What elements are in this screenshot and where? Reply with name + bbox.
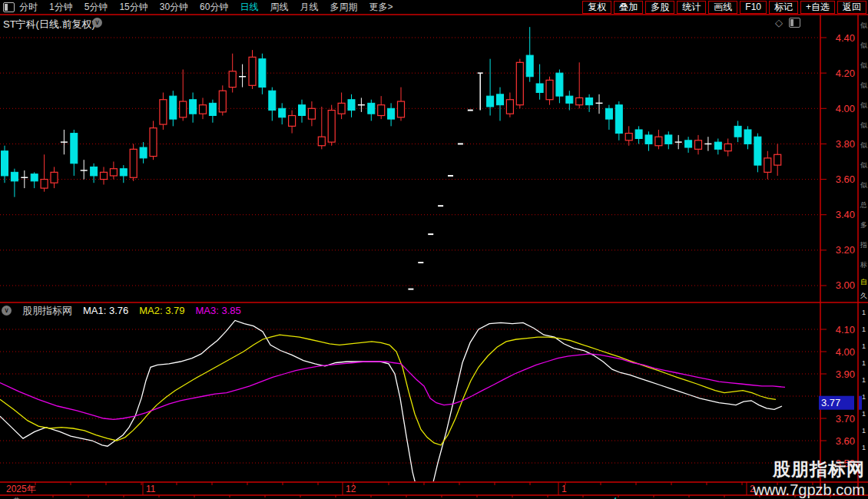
candle-up bbox=[655, 137, 662, 146]
candle-down bbox=[605, 108, 612, 119]
strip-glyph: 1 bbox=[860, 405, 868, 422]
candle-down bbox=[754, 137, 761, 165]
candle-down bbox=[140, 147, 147, 158]
candle-down bbox=[635, 130, 642, 139]
strip-glyph: 似 bbox=[860, 175, 868, 195]
strip-yellow-icon: 自 bbox=[860, 276, 868, 287]
right-panel-collapsed-strip[interactable]: 似似似似似似似似似总多指标自久111111111 bbox=[860, 15, 868, 496]
candle-down bbox=[71, 134, 78, 164]
ma3-value: MA3: 3.85 bbox=[196, 305, 241, 316]
ma-lines-layer bbox=[0, 320, 785, 499]
strip-glyph: 似 bbox=[860, 55, 868, 75]
indicator-axis-label: 4.10 bbox=[836, 324, 855, 335]
candle-up bbox=[308, 108, 315, 119]
candle-down bbox=[665, 135, 672, 144]
strip-glyph: 1 bbox=[860, 321, 868, 338]
candle-down bbox=[279, 108, 286, 117]
candle-down bbox=[526, 55, 533, 77]
chart-area[interactable]: 4.404.204.003.803.603.403.203.004.104.00… bbox=[0, 0, 868, 499]
candle-down bbox=[497, 94, 504, 105]
candle-up bbox=[101, 172, 108, 179]
candle-down bbox=[11, 172, 18, 181]
date-label: 2025年 bbox=[6, 484, 36, 494]
candle-up bbox=[249, 57, 256, 85]
candle-up bbox=[764, 158, 771, 172]
candle-up bbox=[398, 101, 405, 117]
strip-glyph: 多 bbox=[860, 215, 868, 235]
indicator-axis-label: 3.90 bbox=[836, 368, 855, 380]
candle-up bbox=[219, 91, 226, 112]
candle-up bbox=[774, 154, 781, 165]
candle-up bbox=[180, 101, 187, 117]
clipped-status-row: 一共4— bbox=[0, 496, 868, 499]
strip-glyph: 1 bbox=[860, 304, 868, 321]
date-label: 1 bbox=[562, 484, 567, 494]
main-axis-label: 3.00 bbox=[836, 279, 855, 291]
candle-down bbox=[566, 96, 573, 103]
indicator-axis-label: 3.60 bbox=[836, 435, 855, 447]
strip-glyph: 1 bbox=[860, 372, 868, 388]
candle-up bbox=[200, 105, 207, 114]
candle-down bbox=[487, 96, 494, 107]
candle-down bbox=[586, 97, 593, 104]
candle-down bbox=[615, 105, 622, 134]
candle-down bbox=[744, 130, 751, 144]
candle-up bbox=[576, 97, 583, 104]
indicator-axis-label: 4.00 bbox=[836, 346, 855, 358]
candle-down bbox=[259, 59, 266, 88]
candle-down bbox=[556, 73, 563, 96]
main-axis-label: 4.40 bbox=[836, 32, 855, 44]
candle-down bbox=[536, 84, 543, 93]
strip-glyph: 似 bbox=[860, 15, 868, 35]
strip-glyph: 似 bbox=[860, 155, 868, 175]
indicator-header: ∨ 股朋指标网 MA1: 3.76 MA2: 3.79 MA3: 3.85 bbox=[0, 305, 241, 316]
strip-glyph: 指 bbox=[860, 235, 868, 255]
main-axis-label: 3.20 bbox=[836, 244, 855, 256]
candle-up bbox=[546, 80, 553, 99]
candle-down bbox=[368, 103, 375, 114]
candle-up bbox=[338, 103, 345, 114]
candle-up bbox=[130, 149, 137, 177]
ma2-value: MA2: 3.79 bbox=[139, 305, 184, 316]
strip-glyph: 似 bbox=[860, 75, 868, 95]
candle-up bbox=[318, 137, 325, 146]
candle-up bbox=[41, 180, 48, 189]
candle-up bbox=[289, 116, 296, 127]
strip-glyph: 久 bbox=[860, 287, 868, 304]
ma1-value: MA1: 3.76 bbox=[83, 305, 128, 316]
main-axis-label: 4.20 bbox=[836, 68, 855, 79]
indicator-title: 股朋指标网 bbox=[22, 304, 72, 318]
candle-up bbox=[724, 144, 731, 150]
strip-glyph: 似 bbox=[860, 135, 868, 155]
candle-down bbox=[299, 105, 306, 116]
collapse-indicator-icon[interactable]: ∨ bbox=[2, 306, 12, 316]
app-window: 分时1分钟5分钟15分钟30分钟60分钟日线周线月线多周期更多> 复权叠加多股统… bbox=[0, 0, 868, 499]
watermark: 股朋指标网 www.7gpzb.com bbox=[753, 458, 865, 499]
candle-down bbox=[685, 140, 692, 147]
clipped-text: 4 bbox=[613, 496, 617, 499]
main-axis-label: 3.60 bbox=[836, 173, 855, 185]
ma3-line bbox=[0, 354, 785, 420]
candle-down bbox=[209, 103, 216, 115]
strip-glyph: 标 bbox=[860, 255, 868, 275]
candle-up bbox=[51, 172, 58, 183]
strip-glyph: 似 bbox=[860, 35, 868, 55]
candle-down bbox=[348, 100, 355, 111]
candle-up bbox=[516, 62, 523, 104]
strip-glyph: 1 bbox=[860, 338, 868, 355]
strip-glyph: 总 bbox=[860, 195, 868, 215]
candle-up bbox=[160, 100, 167, 124]
strip-glyph: 1 bbox=[860, 355, 868, 372]
candle-up bbox=[328, 111, 335, 143]
candle-up bbox=[695, 140, 702, 150]
main-axis-label: 3.40 bbox=[836, 209, 855, 220]
candle-up bbox=[229, 71, 236, 88]
main-axis-label: 4.00 bbox=[836, 103, 855, 114]
candle-down bbox=[2, 151, 8, 176]
candle-down bbox=[120, 169, 127, 176]
candle-down bbox=[170, 96, 177, 119]
candle-down bbox=[388, 108, 395, 119]
candle-down bbox=[190, 100, 197, 114]
strip-glyph: 1 bbox=[860, 422, 868, 439]
price-tag-value: 3.77 bbox=[821, 397, 840, 408]
